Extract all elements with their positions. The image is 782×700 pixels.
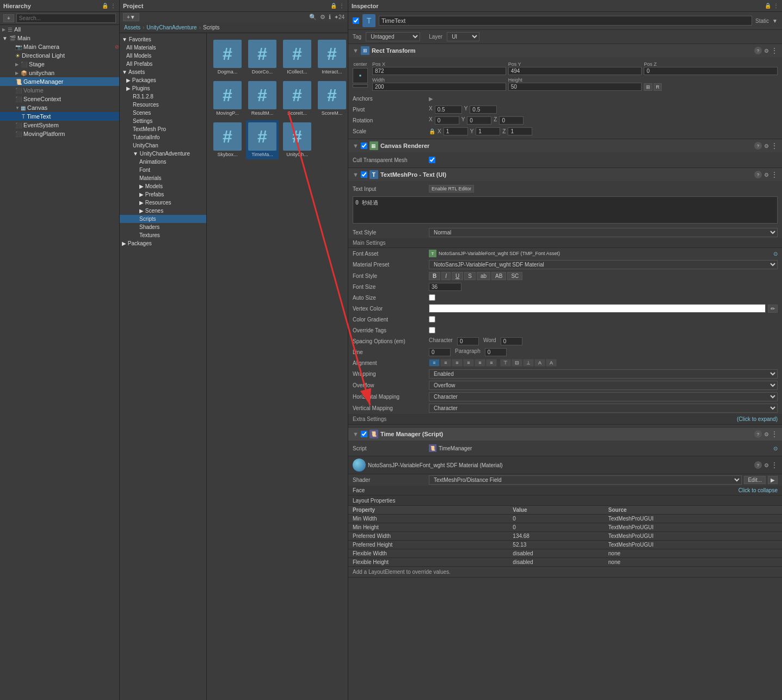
font-size-input[interactable]	[429, 283, 461, 291]
file-doorco[interactable]: DoorCo...	[246, 38, 279, 77]
rect-transform-header[interactable]: ▼ ⊞ Rect Transform ? ⚙ ⋮	[348, 44, 782, 57]
project-menu-icon[interactable]: ⋮	[339, 3, 344, 9]
hierarchy-search-input[interactable]	[16, 14, 116, 23]
file-timema[interactable]: TimeMa...	[246, 120, 279, 159]
word-input[interactable]	[501, 337, 522, 345]
wrapping-dropdown[interactable]: Enabled	[429, 369, 778, 379]
inspector-menu-icon[interactable]: ⋮	[773, 3, 779, 9]
canvas-renderer-info[interactable]: ?	[754, 142, 762, 150]
time-manager-settings-icon[interactable]: ⚙	[764, 431, 769, 437]
hierarchy-item-volume[interactable]: ⬛ Volume	[0, 86, 119, 95]
canvas-renderer-settings-icon[interactable]: ⚙	[764, 143, 769, 149]
click-to-collapse[interactable]: Click to collapse	[738, 487, 778, 493]
small-caps-button[interactable]: SC	[507, 272, 522, 280]
click-to-expand[interactable]: (Click to expand)	[737, 416, 778, 422]
script-link-icon[interactable]: ⊙	[773, 445, 778, 451]
align-flush2-button[interactable]: ≡	[486, 359, 497, 367]
folder-shaders[interactable]: Shaders	[120, 223, 206, 231]
hierarchy-item-game-manager[interactable]: 📜 GameManager	[0, 77, 119, 86]
hierarchy-item-moving-platform[interactable]: ⬛ MovingPlatform	[0, 129, 119, 138]
time-manager-header[interactable]: ▼ 📜 Time Manager (Script) ? ⚙ ⋮	[348, 428, 782, 441]
pos-x-input[interactable]	[372, 67, 506, 75]
folder-packages[interactable]: ▶ Packages	[120, 76, 206, 84]
hierarchy-menu-icon[interactable]: ⋮	[110, 3, 116, 9]
tmp-text-info[interactable]: ?	[754, 171, 762, 178]
folder-tutorial-info[interactable]: TutorialInfo	[120, 133, 206, 141]
uppercase-button[interactable]: AB	[491, 272, 506, 280]
hierarchy-item-time-text[interactable]: T TimeText	[0, 112, 119, 121]
folder-font[interactable]: Font	[120, 166, 206, 174]
hierarchy-item-stage[interactable]: ▶ ⬛ Stage	[0, 60, 119, 69]
project-add-button[interactable]: +▼	[123, 13, 139, 21]
folder-resources2[interactable]: ▶ Resources	[120, 199, 206, 207]
width-input[interactable]	[372, 83, 506, 91]
vertical-mapping-dropdown[interactable]: Character	[429, 404, 778, 413]
object-name-input[interactable]	[379, 16, 752, 26]
text-style-dropdown[interactable]: Normal	[429, 228, 778, 237]
project-info-icon[interactable]: ℹ	[329, 14, 331, 21]
char-input[interactable]	[457, 337, 479, 345]
font-asset-link-icon[interactable]: ⊙	[773, 251, 778, 257]
horizontal-mapping-dropdown[interactable]: Character	[429, 392, 778, 401]
hierarchy-item-main[interactable]: ▼ 🎬 Main	[0, 34, 119, 42]
rect-transform-info[interactable]: ?	[754, 47, 762, 54]
pivot-x-input[interactable]	[435, 106, 462, 114]
folder-scenes2[interactable]: ▶ Scenes	[120, 207, 206, 215]
breadcrumb-assets[interactable]: Assets	[124, 24, 140, 30]
rot-z-input[interactable]	[499, 116, 524, 125]
rot-x-input[interactable]	[435, 116, 459, 125]
strikethrough-button[interactable]: S	[464, 272, 476, 280]
hierarchy-add-button[interactable]: +	[3, 14, 14, 22]
material-settings-icon[interactable]: ⚙	[764, 462, 769, 468]
file-dogma[interactable]: Dogma...	[211, 38, 244, 77]
align-baseline-button[interactable]: A	[534, 359, 545, 367]
file-movingp[interactable]: MovingP...	[211, 79, 244, 118]
shader-dropdown[interactable]: TextMeshPro/Distance Field	[429, 475, 742, 485]
italic-button[interactable]: I	[441, 272, 451, 280]
hierarchy-item-scene-context[interactable]: ⬛ SceneContext	[0, 95, 119, 103]
auto-size-checkbox[interactable]	[429, 294, 435, 301]
overflow-dropdown[interactable]: Overflow	[429, 381, 778, 390]
constraint-button-2[interactable]: R	[654, 83, 662, 91]
time-manager-info[interactable]: ?	[754, 430, 762, 438]
file-unitych[interactable]: UnityCh...	[281, 120, 313, 159]
pos-z-input[interactable]	[644, 67, 778, 75]
file-icollect[interactable]: ICollect...	[281, 38, 313, 77]
hierarchy-item-canvas[interactable]: ▼ ▦ Canvas	[0, 103, 119, 112]
tmp-text-checkbox[interactable]	[361, 171, 367, 178]
folder-scenes[interactable]: Scenes	[120, 109, 206, 117]
folder-textures[interactable]: Textures	[120, 231, 206, 239]
lowercase-button[interactable]: ab	[477, 272, 490, 280]
vertex-color-edit-button[interactable]: ✏	[768, 305, 778, 313]
time-manager-checkbox[interactable]	[361, 431, 367, 437]
hierarchy-item-event-system[interactable]: ⬛ EventSystem	[0, 121, 119, 129]
align-justify-button[interactable]: ≡	[463, 359, 474, 367]
align-top-button[interactable]: ⊤	[500, 359, 511, 367]
folder-textmesh-pro[interactable]: TextMesh Pro	[120, 125, 206, 133]
inspector-lock-icon[interactable]: 🔒	[765, 3, 771, 9]
height-input[interactable]	[508, 83, 642, 91]
align-middle-button[interactable]: ⊟	[512, 359, 522, 367]
folder-assets[interactable]: ▼ Assets	[120, 68, 206, 76]
folder-resources[interactable]: Resources	[120, 101, 206, 109]
align-flush-button[interactable]: ≡	[475, 359, 485, 367]
text-input-textarea[interactable]: 0 秒経過	[353, 196, 778, 224]
scale-z-input[interactable]	[508, 127, 532, 135]
folder-settings[interactable]: Settings	[120, 117, 206, 125]
material-preset-dropdown[interactable]: NotoSansJP-VariableFont_wght SDF Materia…	[429, 260, 778, 269]
pivot-y-input[interactable]	[470, 106, 497, 114]
file-resultm[interactable]: ResultM...	[246, 79, 279, 118]
enable-rtl-button[interactable]: Enable RTL Editor	[429, 185, 474, 193]
edit-shader-button[interactable]: Edit...	[744, 476, 766, 484]
material-header[interactable]: NotoSansJP-VariableFont_wght SDF Materia…	[348, 456, 782, 474]
breadcrumb-unity-chan-adventure[interactable]: UnityChanAdventure	[146, 24, 196, 30]
tag-dropdown[interactable]: Untagged	[366, 32, 420, 41]
hierarchy-item-all[interactable]: ▶ ☰ All	[0, 25, 119, 34]
file-interact[interactable]: Interact...	[316, 38, 348, 77]
folder-r3[interactable]: R3.1.2.8	[120, 92, 206, 101]
hierarchy-item-directional-light[interactable]: ☀ Directional Light	[0, 51, 119, 60]
file-skybox[interactable]: Skybox...	[211, 120, 244, 159]
override-tags-checkbox[interactable]	[429, 327, 435, 333]
line-input[interactable]	[429, 348, 451, 356]
align-center-button[interactable]: ≡	[440, 359, 451, 367]
